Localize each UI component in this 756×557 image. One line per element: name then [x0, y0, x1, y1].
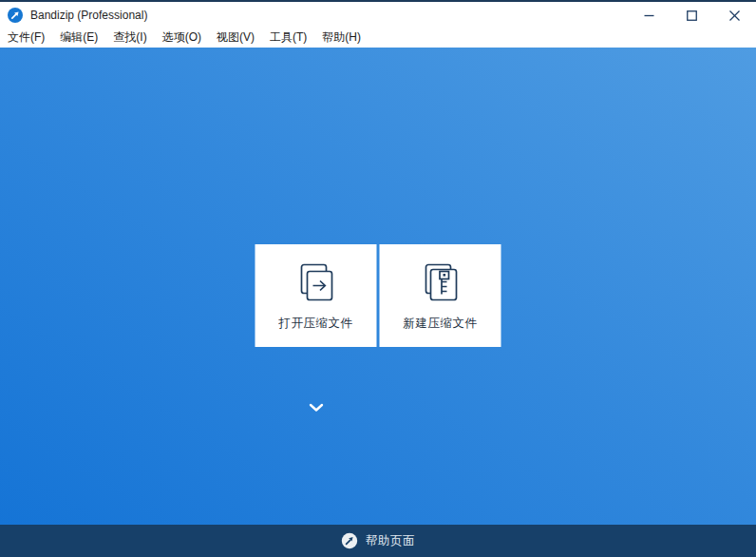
menu-tools[interactable]: 工具(T) [262, 29, 314, 48]
titlebar: Bandizip (Professional) [0, 2, 756, 29]
menu-help[interactable]: 帮助(H) [314, 29, 369, 48]
chevron-down-icon[interactable] [309, 399, 324, 409]
app-window: Bandizip (Professional) 文件(F) 编辑 [0, 0, 756, 557]
new-archive-icon [418, 258, 463, 309]
close-icon [729, 10, 740, 21]
menu-file[interactable]: 文件(F) [0, 29, 52, 48]
menu-view[interactable]: 视图(V) [209, 29, 262, 48]
help-page-label: 帮助页面 [366, 533, 415, 549]
menu-find[interactable]: 查找(I) [105, 29, 154, 48]
minimize-icon [644, 10, 654, 21]
open-archive-label: 打开压缩文件 [279, 316, 353, 332]
minimize-button[interactable] [628, 2, 671, 29]
new-archive-label: 新建压缩文件 [404, 316, 478, 332]
window-title: Bandizip (Professional) [30, 9, 147, 22]
new-archive-card[interactable]: 新建压缩文件 [380, 244, 501, 347]
action-cards: 打开压缩文件 新建压缩文件 [255, 244, 501, 347]
help-logo-icon [341, 532, 358, 549]
main-workspace: 打开压缩文件 新建压缩文件 [0, 48, 756, 525]
window-controls [628, 2, 756, 29]
help-page-link[interactable]: 帮助页面 [335, 530, 421, 551]
menu-edit[interactable]: 编辑(E) [52, 29, 105, 48]
maximize-button[interactable] [671, 2, 713, 29]
open-archive-icon [293, 258, 339, 309]
menu-options[interactable]: 选项(O) [155, 29, 209, 48]
close-button[interactable] [713, 2, 756, 29]
statusbar: 帮助页面 [0, 525, 756, 557]
bandizip-logo-icon [8, 8, 23, 23]
maximize-icon [687, 10, 697, 21]
menubar: 文件(F) 编辑(E) 查找(I) 选项(O) 视图(V) 工具(T) 帮助(H… [0, 29, 756, 48]
open-archive-card[interactable]: 打开压缩文件 [255, 244, 377, 347]
